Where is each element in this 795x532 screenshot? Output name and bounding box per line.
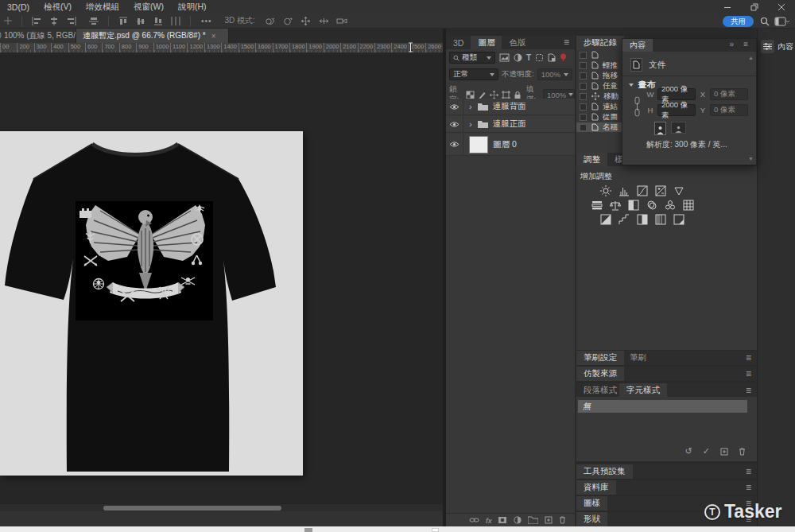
canvas-document[interactable] (0, 131, 303, 476)
close-tab-icon[interactable]: × (211, 32, 216, 41)
history-source-checkbox[interactable] (580, 124, 587, 131)
character-style-none-item[interactable]: 無 (578, 400, 747, 413)
distribute-horizontal-icon[interactable] (170, 16, 181, 26)
align-vertical-centers-icon[interactable] (48, 16, 60, 26)
slide-3d-icon[interactable] (318, 16, 330, 26)
close-icon[interactable] (768, 0, 795, 14)
lock-position-icon[interactable] (490, 91, 498, 99)
photo-filter-icon[interactable] (646, 200, 657, 211)
horizontal-scrollbar[interactable] (0, 503, 443, 511)
channel-mixer-icon[interactable] (665, 200, 676, 211)
lock-all-icon[interactable] (514, 91, 522, 99)
link-layers-icon[interactable] (469, 517, 479, 523)
tab-layers[interactable]: 圖層 (471, 36, 502, 49)
portrait-orientation-button[interactable] (654, 122, 666, 135)
lock-transparent-pixels-icon[interactable] (466, 91, 475, 99)
canvas-x-field[interactable]: 0 像素 (710, 88, 748, 100)
delete-layer-icon[interactable] (559, 516, 566, 524)
scroll-down-icon[interactable]: ▼ (748, 156, 754, 161)
roll-3d-icon[interactable] (281, 16, 293, 26)
panel-menu-icon[interactable]: ≡ (564, 37, 569, 48)
layer-row-group-back[interactable]: › 連服背面 (446, 99, 575, 115)
canvas-width-field[interactable]: 2000 像素 (657, 88, 696, 100)
posterize-icon[interactable] (619, 214, 630, 225)
panel-menu-icon[interactable]: ≡ (746, 368, 751, 379)
document-row[interactable]: 文件 (630, 58, 665, 72)
canvas-y-field[interactable]: 0 像素 (710, 104, 748, 116)
layer-thumbnail[interactable] (469, 136, 488, 153)
tab-channels[interactable]: 色版 (502, 36, 533, 49)
history-source-checkbox[interactable] (580, 103, 587, 111)
workspace-switcher-icon[interactable] (774, 17, 790, 26)
exposure-icon[interactable] (655, 185, 666, 196)
layer-name[interactable]: 圖層 0 (493, 139, 517, 150)
layer-name[interactable]: 連服正面 (493, 118, 526, 130)
menu-help[interactable]: 說明(H) (178, 2, 207, 13)
shape-layer-filter-icon[interactable] (535, 53, 544, 62)
properties-dock-button[interactable]: 內容 (761, 40, 793, 53)
tab-3d[interactable]: 3D (446, 36, 471, 49)
link-dimensions-icon[interactable] (634, 96, 641, 117)
panel-menu-icon[interactable]: ≡ (746, 385, 751, 396)
tab-brushes[interactable]: 筆刷 (622, 351, 653, 365)
tab-history[interactable]: 步驟記錄 (576, 36, 624, 49)
tab-properties[interactable]: 內容 (622, 39, 653, 52)
search-icon[interactable] (760, 17, 770, 26)
tab-brush-settings[interactable]: 筆刷設定 (576, 351, 624, 365)
restore-icon[interactable] (741, 0, 768, 14)
layer-filter-toggle-icon[interactable] (560, 53, 567, 62)
history-source-checkbox[interactable] (580, 114, 587, 121)
distribute-vertical-centers-icon[interactable] (135, 16, 146, 26)
new-layer-icon[interactable] (545, 516, 553, 524)
brightness-contrast-icon[interactable] (600, 185, 611, 196)
levels-icon[interactable] (619, 185, 630, 196)
color-balance-icon[interactable] (610, 200, 621, 211)
distribute-bottom-edges-icon[interactable] (153, 16, 164, 26)
redefine-style-icon[interactable]: ✓ (703, 446, 710, 456)
expand-chevron-icon[interactable]: › (469, 102, 472, 111)
layer-row-layer0[interactable]: 圖層 0 (446, 134, 575, 156)
collapse-panel-icon[interactable]: » (729, 40, 734, 49)
document-tab-2[interactable]: 連服暫定.psd @ 66.7% (RGB/8#) * × (76, 29, 229, 43)
tab-libraries[interactable]: 資料庫 (576, 480, 616, 495)
new-adjustment-layer-icon[interactable] (514, 516, 522, 524)
new-style-icon[interactable] (720, 448, 728, 456)
curves-icon[interactable] (637, 185, 648, 196)
blend-mode-select[interactable]: 正常 (449, 68, 498, 80)
add-layer-mask-icon[interactable] (498, 516, 507, 524)
history-source-checkbox[interactable] (580, 72, 587, 80)
history-source-checkbox[interactable] (580, 62, 587, 69)
hue-saturation-icon[interactable] (591, 200, 603, 211)
layer-style-fx-icon[interactable]: fx (486, 516, 491, 525)
layer-name[interactable]: 連服背面 (493, 101, 526, 112)
align-horizontal-centers-icon[interactable] (88, 16, 99, 26)
menu-window[interactable]: 視窗(W) (134, 2, 164, 13)
history-source-checkbox[interactable] (580, 83, 587, 90)
tab-patterns[interactable]: 圖樣 (576, 496, 607, 511)
visibility-eye-icon[interactable] (446, 134, 463, 155)
opacity-field[interactable]: 100% (537, 68, 572, 80)
history-source-checkbox[interactable] (580, 52, 587, 59)
tab-adjustments[interactable]: 調整 (576, 153, 607, 166)
landscape-orientation-button[interactable] (671, 122, 686, 134)
tab-tool-presets[interactable]: 工具預設集 (576, 464, 633, 479)
smart-object-filter-icon[interactable] (548, 53, 556, 62)
share-button[interactable]: 共用 (723, 16, 754, 27)
visibility-eye-icon[interactable] (446, 99, 463, 115)
type-layer-filter-icon[interactable]: T (526, 53, 531, 62)
horizontal-ruler[interactable]: 0020030040050060070080090010001100120013… (0, 43, 443, 53)
canvas-pasteboard[interactable] (0, 53, 443, 503)
vibrance-icon[interactable] (673, 185, 684, 196)
menu-plugins[interactable]: 增效模組 (86, 2, 119, 13)
layer-row-group-front[interactable]: › 連服正面 (446, 116, 575, 133)
color-lookup-icon[interactable] (683, 200, 694, 211)
history-source-checkbox[interactable] (580, 93, 587, 100)
orbit-3d-icon[interactable] (263, 16, 275, 26)
expand-chevron-icon[interactable]: › (469, 119, 472, 129)
delete-style-icon[interactable] (739, 448, 746, 456)
minimize-icon[interactable] (714, 0, 741, 14)
scroll-up-icon[interactable]: ▲ (748, 55, 754, 60)
gradient-map-icon[interactable] (655, 214, 666, 225)
pan-3d-icon[interactable] (300, 16, 312, 26)
more-options-button[interactable]: ••• (201, 17, 212, 25)
